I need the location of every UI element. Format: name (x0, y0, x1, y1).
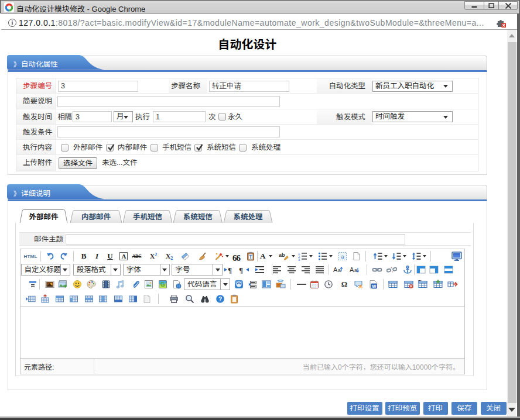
svg-text:W: W (372, 284, 377, 289)
svg-text:A: A (333, 266, 338, 273)
svg-text:G: G (160, 281, 165, 288)
svg-text:a: a (354, 267, 357, 273)
svg-text:T: T (249, 254, 252, 260)
svg-text:a: a (341, 254, 344, 260)
svg-text:手机短信: 手机短信 (133, 210, 163, 221)
svg-text:ab: ab (279, 252, 285, 258)
svg-text:系统短信: 系统短信 (183, 210, 213, 221)
svg-text:¶: ¶ (239, 266, 243, 274)
svg-text:内部邮件: 内部邮件 (81, 210, 111, 221)
svg-text:¶: ¶ (228, 266, 232, 274)
svg-text:3.: 3. (298, 258, 301, 261)
svg-text:?: ? (218, 296, 222, 302)
svg-text:A: A (350, 266, 354, 273)
svg-text:系统处理: 系统处理 (233, 210, 263, 221)
svg-text:外部邮件: 外部邮件 (29, 210, 59, 221)
